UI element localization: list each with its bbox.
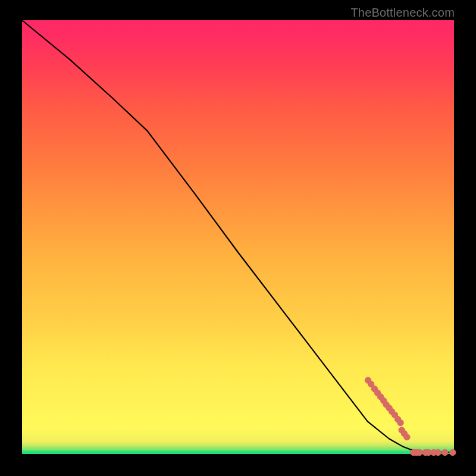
chart-frame: TheBottleneck.com xyxy=(0,0,476,476)
plot-area xyxy=(22,20,454,454)
watermark-text: TheBottleneck.com xyxy=(350,6,455,20)
